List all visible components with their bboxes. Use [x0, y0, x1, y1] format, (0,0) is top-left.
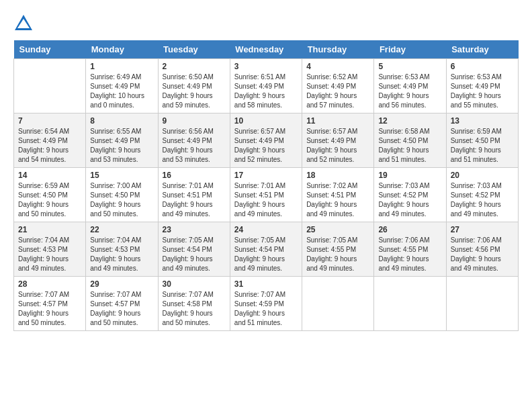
calendar-cell: 26Sunrise: 7:06 AMSunset: 4:55 PMDayligh… — [374, 222, 446, 277]
day-number: 23 — [163, 225, 226, 234]
calendar-cell: 28Sunrise: 7:07 AMSunset: 4:57 PMDayligh… — [14, 277, 86, 331]
calendar-cell: 2Sunrise: 6:50 AMSunset: 4:49 PMDaylight… — [158, 59, 230, 113]
day-number: 22 — [90, 225, 153, 234]
day-info: Sunrise: 7:07 AMSunset: 4:59 PMDaylight:… — [234, 290, 298, 328]
calendar-cell: 20Sunrise: 7:03 AMSunset: 4:52 PMDayligh… — [446, 168, 518, 222]
day-info: Sunrise: 6:52 AMSunset: 4:49 PMDaylight:… — [306, 73, 369, 110]
day-number: 5 — [378, 62, 441, 71]
calendar-header-wednesday: Wednesday — [230, 40, 302, 59]
calendar-week-5: 28Sunrise: 7:07 AMSunset: 4:57 PMDayligh… — [14, 277, 519, 331]
day-info: Sunrise: 7:07 AMSunset: 4:58 PMDaylight:… — [163, 290, 226, 328]
day-info: Sunrise: 6:53 AMSunset: 4:49 PMDaylight:… — [451, 73, 514, 110]
calendar-cell: 8Sunrise: 6:55 AMSunset: 4:49 PMDaylight… — [86, 113, 158, 168]
day-number: 12 — [378, 116, 441, 126]
day-info: Sunrise: 6:53 AMSunset: 4:49 PMDaylight:… — [378, 73, 441, 110]
calendar: SundayMondayTuesdayWednesdayThursdayFrid… — [13, 40, 519, 331]
day-info: Sunrise: 6:50 AMSunset: 4:49 PMDaylight:… — [163, 73, 226, 110]
day-info: Sunrise: 7:04 AMSunset: 4:53 PMDaylight:… — [18, 236, 81, 273]
day-info: Sunrise: 7:01 AMSunset: 4:51 PMDaylight:… — [234, 181, 298, 219]
calendar-cell: 17Sunrise: 7:01 AMSunset: 4:51 PMDayligh… — [230, 168, 302, 222]
day-number: 15 — [90, 171, 153, 180]
day-info: Sunrise: 6:59 AMSunset: 4:50 PMDaylight:… — [18, 181, 81, 219]
calendar-week-3: 14Sunrise: 6:59 AMSunset: 4:50 PMDayligh… — [14, 168, 519, 222]
calendar-week-4: 21Sunrise: 7:04 AMSunset: 4:53 PMDayligh… — [14, 222, 519, 277]
day-number: 29 — [90, 279, 153, 289]
calendar-week-1: 1Sunrise: 6:49 AMSunset: 4:49 PMDaylight… — [14, 59, 519, 113]
day-number: 8 — [90, 116, 153, 126]
day-number: 6 — [451, 62, 514, 71]
day-info: Sunrise: 6:55 AMSunset: 4:49 PMDaylight:… — [90, 127, 153, 165]
day-info: Sunrise: 7:06 AMSunset: 4:55 PMDaylight:… — [378, 236, 441, 273]
day-number: 28 — [18, 279, 81, 289]
calendar-cell: 5Sunrise: 6:53 AMSunset: 4:49 PMDaylight… — [374, 59, 446, 113]
day-info: Sunrise: 6:58 AMSunset: 4:50 PMDaylight:… — [378, 127, 441, 165]
calendar-cell: 4Sunrise: 6:52 AMSunset: 4:49 PMDaylight… — [302, 59, 374, 113]
day-number: 20 — [451, 171, 514, 180]
calendar-header-monday: Monday — [86, 40, 158, 59]
calendar-cell — [446, 277, 518, 331]
day-info: Sunrise: 6:49 AMSunset: 4:49 PMDaylight:… — [90, 73, 153, 110]
day-number: 19 — [378, 171, 441, 180]
calendar-cell: 24Sunrise: 7:05 AMSunset: 4:54 PMDayligh… — [230, 222, 302, 277]
calendar-cell: 22Sunrise: 7:04 AMSunset: 4:53 PMDayligh… — [86, 222, 158, 277]
calendar-cell: 3Sunrise: 6:51 AMSunset: 4:49 PMDaylight… — [230, 59, 302, 113]
calendar-cell: 18Sunrise: 7:02 AMSunset: 4:51 PMDayligh… — [302, 168, 374, 222]
day-number: 10 — [234, 116, 298, 126]
day-info: Sunrise: 7:07 AMSunset: 4:57 PMDaylight:… — [90, 290, 153, 328]
day-info: Sunrise: 6:59 AMSunset: 4:50 PMDaylight:… — [451, 127, 514, 165]
calendar-header-thursday: Thursday — [302, 40, 374, 59]
day-info: Sunrise: 7:01 AMSunset: 4:51 PMDaylight:… — [163, 181, 226, 219]
day-info: Sunrise: 7:03 AMSunset: 4:52 PMDaylight:… — [451, 181, 514, 219]
day-info: Sunrise: 6:57 AMSunset: 4:49 PMDaylight:… — [306, 127, 369, 165]
calendar-cell: 27Sunrise: 7:06 AMSunset: 4:56 PMDayligh… — [446, 222, 518, 277]
calendar-cell: 10Sunrise: 6:57 AMSunset: 4:49 PMDayligh… — [230, 113, 302, 168]
calendar-cell: 12Sunrise: 6:58 AMSunset: 4:50 PMDayligh… — [374, 113, 446, 168]
calendar-cell: 13Sunrise: 6:59 AMSunset: 4:50 PMDayligh… — [446, 113, 518, 168]
calendar-week-2: 7Sunrise: 6:54 AMSunset: 4:49 PMDaylight… — [14, 113, 519, 168]
day-number: 30 — [163, 279, 226, 289]
day-info: Sunrise: 7:03 AMSunset: 4:52 PMDaylight:… — [378, 181, 441, 219]
day-number: 7 — [18, 116, 81, 126]
day-number: 26 — [378, 225, 441, 234]
day-info: Sunrise: 7:04 AMSunset: 4:53 PMDaylight:… — [90, 236, 153, 273]
calendar-cell: 7Sunrise: 6:54 AMSunset: 4:49 PMDaylight… — [14, 113, 86, 168]
calendar-cell: 23Sunrise: 7:05 AMSunset: 4:54 PMDayligh… — [158, 222, 230, 277]
day-info: Sunrise: 7:02 AMSunset: 4:51 PMDaylight:… — [306, 181, 369, 219]
day-number: 25 — [306, 225, 369, 234]
calendar-cell — [374, 277, 446, 331]
day-number: 27 — [451, 225, 514, 234]
calendar-cell: 9Sunrise: 6:56 AMSunset: 4:49 PMDaylight… — [158, 113, 230, 168]
calendar-cell: 25Sunrise: 7:05 AMSunset: 4:55 PMDayligh… — [302, 222, 374, 277]
day-number: 17 — [234, 171, 298, 180]
day-number: 2 — [163, 62, 226, 71]
day-number: 24 — [234, 225, 298, 234]
calendar-cell: 29Sunrise: 7:07 AMSunset: 4:57 PMDayligh… — [86, 277, 158, 331]
calendar-cell: 11Sunrise: 6:57 AMSunset: 4:49 PMDayligh… — [302, 113, 374, 168]
day-info: Sunrise: 7:05 AMSunset: 4:54 PMDaylight:… — [163, 236, 226, 273]
calendar-header-sunday: Sunday — [14, 40, 86, 59]
calendar-cell: 31Sunrise: 7:07 AMSunset: 4:59 PMDayligh… — [230, 277, 302, 331]
day-info: Sunrise: 6:51 AMSunset: 4:49 PMDaylight:… — [234, 73, 298, 110]
logo — [13, 13, 36, 34]
calendar-header-saturday: Saturday — [446, 40, 518, 59]
calendar-cell: 19Sunrise: 7:03 AMSunset: 4:52 PMDayligh… — [374, 168, 446, 222]
calendar-cell: 6Sunrise: 6:53 AMSunset: 4:49 PMDaylight… — [446, 59, 518, 113]
day-number: 13 — [451, 116, 514, 126]
calendar-cell: 14Sunrise: 6:59 AMSunset: 4:50 PMDayligh… — [14, 168, 86, 222]
day-number: 21 — [18, 225, 81, 234]
day-info: Sunrise: 6:54 AMSunset: 4:49 PMDaylight:… — [18, 127, 81, 165]
day-number: 31 — [234, 279, 298, 289]
day-info: Sunrise: 6:57 AMSunset: 4:49 PMDaylight:… — [234, 127, 298, 165]
day-number: 16 — [163, 171, 226, 180]
day-number: 3 — [234, 62, 298, 71]
calendar-header-row: SundayMondayTuesdayWednesdayThursdayFrid… — [14, 40, 519, 59]
calendar-cell — [302, 277, 374, 331]
header — [13, 13, 519, 34]
day-info: Sunrise: 6:56 AMSunset: 4:49 PMDaylight:… — [163, 127, 226, 165]
day-info: Sunrise: 7:07 AMSunset: 4:57 PMDaylight:… — [18, 290, 81, 328]
day-number: 11 — [306, 116, 369, 126]
day-number: 18 — [306, 171, 369, 180]
day-number: 4 — [306, 62, 369, 71]
calendar-header-tuesday: Tuesday — [158, 40, 230, 59]
day-info: Sunrise: 7:05 AMSunset: 4:55 PMDaylight:… — [306, 236, 369, 273]
